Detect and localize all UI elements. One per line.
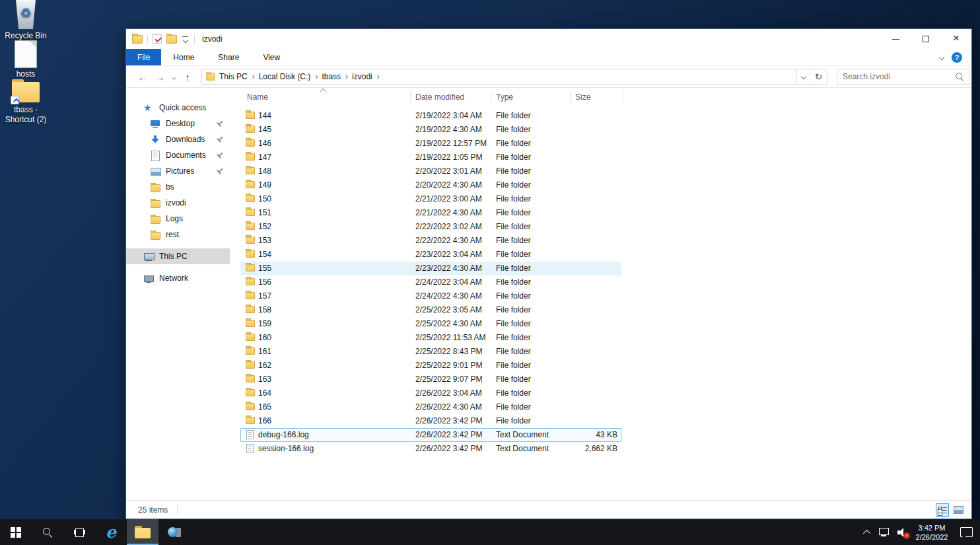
ribbon-tab[interactable]: Home — [161, 49, 206, 65]
column-header-date-modified[interactable]: Date modified — [415, 92, 464, 102]
file-row[interactable]: 157 2/24/2022 4:30 AM File folder — [240, 289, 621, 303]
window-content: Quick access Desktop Downloads — [126, 88, 971, 500]
file-row[interactable]: 159 2/25/2022 4:30 AM File folder — [240, 317, 621, 331]
ribbon-tab[interactable]: Share — [206, 49, 251, 65]
file-row[interactable]: 146 2/19/2022 12:57 PM File folder — [240, 137, 621, 151]
forward-button[interactable] — [151, 71, 168, 83]
sidebar-item[interactable]: Documents — [126, 147, 230, 163]
recent-locations-button[interactable] — [168, 71, 179, 83]
sidebar-item[interactable]: Quick access — [126, 100, 230, 116]
minimize-button[interactable] — [880, 29, 911, 49]
file-date-modified: 2/26/2022 3:42 PM — [415, 430, 482, 439]
sidebar-item[interactable]: Desktop — [126, 116, 230, 131]
details-view-button[interactable] — [936, 503, 949, 517]
ribbon-tab[interactable]: View — [251, 49, 292, 65]
file-row[interactable]: session-166.log 2/26/2022 3:42 PM Text D… — [240, 442, 621, 456]
file-date-modified: 2/24/2022 4:30 AM — [415, 291, 482, 301]
file-type: File folder — [496, 139, 531, 148]
help-icon[interactable] — [952, 52, 962, 63]
file-row[interactable]: 151 2/21/2022 4:30 AM File folder — [240, 206, 621, 220]
customize-toolbar-icon[interactable] — [182, 35, 190, 43]
properties-icon[interactable] — [153, 34, 162, 44]
address-dropdown-button[interactable] — [796, 69, 810, 84]
ribbon-tab[interactable]: File — [126, 49, 161, 65]
sidebar-item[interactable]: Logs — [126, 211, 230, 227]
file-row[interactable]: 158 2/25/2022 3:05 AM File folder — [240, 303, 621, 317]
expand-ribbon-icon[interactable] — [939, 54, 944, 59]
file-row[interactable]: 156 2/24/2022 3:04 AM File folder — [240, 275, 621, 289]
task-view-button[interactable] — [63, 519, 95, 545]
file-row[interactable]: debug-166.log 2/26/2022 3:42 PM Text Doc… — [240, 428, 621, 442]
column-divider[interactable] — [623, 91, 623, 103]
address-bar[interactable]: This PC Local Disk (C:) tbass izvodi — [201, 69, 827, 85]
maximize-button[interactable] — [911, 29, 941, 49]
file-date-modified: 2/19/2022 12:57 PM — [415, 139, 487, 148]
file-explorer-button[interactable] — [127, 519, 158, 545]
file-row[interactable]: 145 2/19/2022 4:30 AM File folder — [240, 123, 621, 137]
breadcrumb-segment[interactable]: izvodi — [350, 72, 382, 81]
sidebar-item[interactable]: Network — [126, 270, 230, 286]
file-type: File folder — [496, 291, 531, 301]
clock[interactable]: 3:42 PM2/26/2022 — [911, 519, 952, 545]
file-row[interactable]: 161 2/25/2022 8:43 PM File folder — [240, 345, 621, 359]
column-divider[interactable] — [491, 91, 491, 103]
sidebar-item-label: Pictures — [166, 166, 194, 176]
desktop-icon[interactable]: Recycle Bin — [0, 0, 52, 41]
internet-explorer-button[interactable]: e — [95, 519, 127, 545]
up-button[interactable] — [179, 71, 196, 83]
sidebar-item[interactable]: This PC — [126, 248, 230, 264]
file-row[interactable]: 153 2/22/2022 4:30 AM File folder — [240, 234, 621, 248]
column-header-size[interactable]: Size — [575, 92, 590, 102]
thumbnails-view-button[interactable] — [952, 503, 965, 517]
file-row[interactable]: 164 2/26/2022 3:04 AM File folder — [240, 386, 621, 400]
remote-app-icon — [168, 527, 181, 538]
file-row[interactable]: 147 2/19/2022 1:05 PM File folder — [240, 151, 621, 164]
file-row[interactable]: 166 2/26/2022 3:42 PM File folder — [240, 414, 621, 428]
breadcrumb-segment[interactable]: This PC — [217, 72, 257, 81]
network-icon[interactable] — [876, 519, 893, 545]
sidebar-item[interactable]: bs — [126, 179, 230, 195]
sidebar-item[interactable]: izvodi — [126, 195, 230, 211]
breadcrumb-segment[interactable]: Local Disk (C:) — [257, 72, 320, 81]
new-folder-icon[interactable] — [166, 35, 177, 44]
back-button[interactable] — [134, 71, 151, 83]
search-input[interactable] — [837, 72, 955, 81]
refresh-button[interactable] — [810, 69, 827, 84]
start-button[interactable] — [0, 519, 32, 545]
file-row[interactable]: 155 2/23/2022 4:30 AM File folder — [240, 262, 621, 275]
breadcrumb-segment[interactable]: tbass — [320, 72, 350, 81]
file-row[interactable]: 152 2/22/2022 3:02 AM File folder — [240, 220, 621, 234]
tray-overflow-button[interactable] — [860, 519, 876, 545]
file-row[interactable]: 144 2/19/2022 3:04 AM File folder — [240, 109, 621, 123]
file-row[interactable]: 149 2/20/2022 4:30 AM File folder — [240, 178, 621, 192]
column-header-type[interactable]: Type — [496, 92, 513, 102]
column-header-name[interactable]: Name — [247, 92, 268, 102]
file-row[interactable]: 154 2/23/2022 3:04 AM File folder — [240, 248, 621, 262]
sidebar-item[interactable]: Downloads — [126, 131, 230, 147]
file-row[interactable]: 148 2/20/2022 3:01 AM File folder — [240, 164, 621, 178]
column-divider[interactable] — [410, 91, 411, 103]
desktop-icon[interactable]: tbass - Shortcut (2) — [0, 79, 52, 125]
desktop-icon[interactable]: hosts — [0, 41, 52, 79]
action-center-button[interactable] — [952, 519, 980, 545]
file-row[interactable]: 150 2/21/2022 3:00 AM File folder — [240, 192, 621, 206]
sidebar-item[interactable]: rest — [126, 227, 230, 242]
pin-icon — [215, 166, 225, 176]
search-box[interactable] — [837, 69, 969, 85]
sidebar-item[interactable]: Pictures — [126, 163, 230, 179]
file-row[interactable]: 163 2/25/2022 9:07 PM File folder — [240, 373, 621, 386]
folder-icon — [246, 209, 255, 216]
title-bar[interactable]: izvodi — [126, 29, 971, 49]
file-row[interactable]: 165 2/26/2022 4:30 AM File folder — [240, 400, 621, 414]
speaker-muted-icon[interactable] — [893, 519, 911, 545]
file-date-modified: 2/20/2022 4:30 AM — [415, 180, 482, 190]
close-button[interactable] — [941, 29, 971, 49]
remote-app-button[interactable] — [158, 519, 190, 545]
folder-icon — [246, 403, 255, 410]
file-type: File folder — [496, 375, 531, 384]
column-divider[interactable] — [570, 91, 571, 103]
taskbar-search-button[interactable] — [32, 519, 63, 545]
file-row[interactable]: 162 2/25/2022 9:01 PM File folder — [240, 359, 621, 373]
file-row[interactable]: 160 2/25/2022 11:53 AM File folder — [240, 331, 621, 345]
file-type: File folder — [496, 277, 531, 287]
